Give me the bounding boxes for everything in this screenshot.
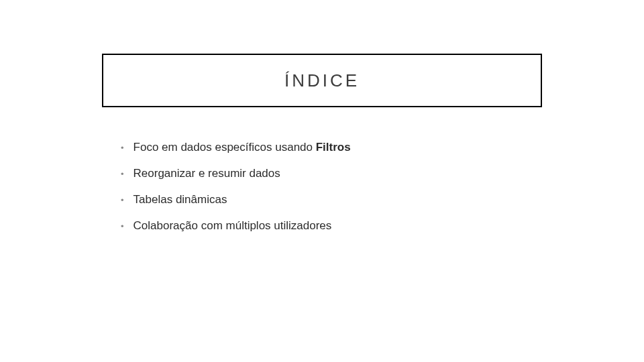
bullet-icon: • (121, 194, 124, 207)
title-box: ÍNDICE (102, 54, 542, 107)
list-item-text: Foco em dados específicos usando Filtros (133, 141, 351, 154)
bullet-icon: • (121, 168, 124, 181)
list-item-text: Reorganizar e resumir dados (133, 167, 280, 180)
list-item: • Foco em dados específicos usando Filtr… (121, 141, 543, 155)
list-item: • Colaboração com múltiplos utilizadores (121, 219, 543, 233)
list-item: • Tabelas dinâmicas (121, 193, 543, 207)
bullet-list: • Foco em dados específicos usando Filtr… (121, 141, 543, 245)
bullet-icon: • (121, 220, 124, 233)
list-item-text: Colaboração com múltiplos utilizadores (133, 219, 332, 233)
slide-title: ÍNDICE (284, 70, 360, 91)
list-item: • Reorganizar e resumir dados (121, 167, 543, 181)
bullet-icon: • (121, 141, 124, 155)
list-item-text: Tabelas dinâmicas (133, 193, 227, 206)
